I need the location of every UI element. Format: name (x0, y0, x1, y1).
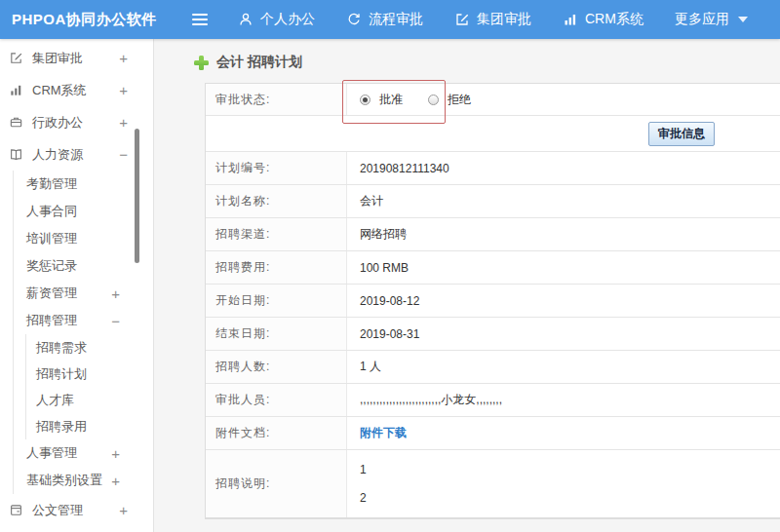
nav-more-apps[interactable]: 更多应用 (675, 11, 748, 28)
sidebar-item-human-resources[interactable]: 人力资源 − (0, 138, 153, 171)
hamburger-menu-icon[interactable] (191, 13, 209, 26)
field-label: 开始日期: (206, 285, 347, 317)
sidebar-item-hr-contract[interactable]: 人事合同 (14, 198, 153, 225)
sidebar-item-label: 薪资管理 (26, 285, 77, 302)
sidebar-item-rewards[interactable]: 奖惩记录 (14, 252, 153, 280)
sidebar-item-vehicle-mgmt[interactable]: 用车管理 + (0, 526, 153, 532)
radio-button-unchecked[interactable] (428, 95, 439, 105)
top-bar: PHPOA协同办公软件 个人办公 流程审批 集团审批 CRM系统 (0, 0, 780, 39)
sidebar-item-label: CRM系统 (32, 82, 87, 99)
field-value: 2019-08-12 (347, 294, 780, 308)
edit-icon (454, 12, 470, 27)
edit-icon (9, 51, 24, 66)
sidebar-item-label: 人力资源 (32, 146, 83, 164)
field-value: 100 RMB (347, 261, 780, 275)
expand-plus-icon: + (111, 286, 120, 301)
chart-icon (563, 12, 578, 27)
radio-reject[interactable]: 拒绝 (428, 92, 471, 108)
radio-label: 拒绝 (448, 92, 471, 108)
table-row-plan-name: 计划名称: 会计 (206, 185, 780, 218)
nav-personal-office[interactable]: 个人办公 (238, 11, 315, 28)
sidebar-item-label: 招聘计划 (36, 365, 87, 383)
plus-icon (194, 56, 209, 70)
attachment-download-link[interactable]: 附件下载 (360, 425, 407, 441)
page-title-text: 会计 招聘计划 (216, 54, 302, 71)
expand-plus-icon: + (119, 115, 128, 130)
caret-down-icon (738, 17, 748, 22)
field-label: 计划编号: (206, 152, 347, 184)
field-label: 审批人员: (206, 384, 347, 416)
expand-plus-icon: + (111, 446, 120, 461)
radio-approve[interactable]: 批准 (360, 92, 403, 108)
approve-info-button[interactable]: 审批信息 (648, 122, 715, 146)
app-logo: PHPOA协同办公软件 (0, 11, 164, 29)
approval-radio-group: 批准 拒绝 (360, 92, 471, 108)
sidebar-item-talent-pool[interactable]: 人才库 (26, 387, 153, 413)
sidebar-item-label: 集团审批 (32, 50, 83, 67)
table-row-approval-status: 审批状态: 批准 拒绝 (206, 84, 780, 116)
radio-label: 批准 (379, 92, 403, 108)
sidebar-item-label: 考勤管理 (26, 175, 77, 193)
sidebar-item-crm[interactable]: CRM系统 + (0, 74, 153, 106)
sidebar: 集团审批 + CRM系统 + 行政办公 + 人力资源 − 考勤管理 人事合同 培… (0, 39, 154, 532)
field-label: 审批状态: (206, 84, 347, 115)
table-row-plan-number: 计划编号: 20190812111340 (206, 152, 780, 185)
nav-group-approval[interactable]: 集团审批 (454, 11, 531, 28)
table-row-approvers: 审批人员: ,,,,,,,,,,,,,,,,,,,,,,,,,小龙女,,,,,,… (206, 384, 780, 417)
sidebar-item-label: 招聘需求 (36, 339, 87, 357)
expand-minus-icon: − (119, 147, 128, 162)
sidebar-item-label: 行政办公 (32, 114, 83, 132)
chart-icon (9, 83, 24, 98)
expand-plus-icon: + (119, 51, 128, 65)
top-nav: 个人办公 流程审批 集团审批 CRM系统 更多应用 (238, 11, 748, 28)
recruit-submenu: 招聘需求 招聘计划 人才库 招聘录用 (25, 334, 153, 439)
page-title: 会计 招聘计划 (194, 54, 302, 71)
field-value: 20190812111340 (347, 162, 780, 175)
sidebar-item-label: 公文管理 (32, 502, 83, 519)
field-value: 会计 (347, 193, 780, 209)
sidebar-item-recruit-demand[interactable]: 招聘需求 (26, 334, 153, 361)
book-icon (9, 147, 24, 163)
field-label: 招聘费用: (206, 251, 347, 284)
sidebar-item-recruit-mgmt[interactable]: 招聘管理− (14, 307, 153, 334)
sidebar-scrollbar[interactable] (135, 129, 139, 263)
table-row-recruit-cost: 招聘费用: 100 RMB (206, 251, 780, 285)
briefcase-icon (9, 115, 24, 131)
field-value: ,,,,,,,,,,,,,,,,,,,,,,,,,小龙女,,,,,,,, (347, 392, 780, 408)
description-line: 2 (360, 491, 367, 505)
sidebar-item-salary[interactable]: 薪资管理+ (14, 280, 153, 307)
nav-process-approval[interactable]: 流程审批 (346, 11, 423, 28)
sidebar-item-official-docs[interactable]: 公文管理 + (0, 494, 153, 526)
nav-label: 个人办公 (260, 11, 315, 28)
sidebar-item-attendance[interactable]: 考勤管理 (14, 171, 153, 198)
field-label: 招聘人数: (206, 351, 347, 383)
sidebar-item-training[interactable]: 培训管理 (14, 225, 153, 252)
sidebar-item-recruit-hire[interactable]: 招聘录用 (26, 413, 153, 439)
sidebar-item-personnel-mgmt[interactable]: 人事管理+ (14, 439, 153, 467)
radio-button-checked[interactable] (360, 95, 370, 105)
sidebar-item-base-category[interactable]: 基础类别设置+ (14, 467, 153, 494)
nav-crm-system[interactable]: CRM系统 (563, 11, 644, 28)
table-row-start-date: 开始日期: 2019-08-12 (206, 285, 780, 318)
process-icon (346, 12, 362, 27)
table-row-description: 招聘说明: 1 2 (206, 450, 780, 518)
expand-minus-icon: − (111, 314, 120, 328)
hr-submenu: 考勤管理 人事合同 培训管理 奖惩记录 薪资管理+ 招聘管理− 招聘需求 招聘计… (13, 171, 153, 494)
field-label: 附件文档: (206, 417, 347, 449)
sidebar-item-label: 培训管理 (26, 230, 77, 247)
sidebar-item-recruit-plan[interactable]: 招聘计划 (26, 361, 153, 387)
sidebar-item-group-approval[interactable]: 集团审批 + (0, 42, 153, 74)
field-label: 计划名称: (206, 185, 347, 217)
nav-label: 更多应用 (675, 11, 729, 28)
sidebar-item-label: 基础类别设置 (26, 472, 102, 489)
sidebar-item-label: 招聘管理 (26, 312, 77, 329)
user-icon (238, 12, 254, 27)
field-value: 2019-08-31 (347, 327, 780, 341)
document-icon (9, 503, 24, 518)
main-content: 会计 招聘计划 审批状态: 批准 拒绝 审批信息 (155, 39, 780, 532)
field-label: 招聘说明: (206, 450, 347, 517)
table-row-headcount: 招聘人数: 1 人 (206, 351, 780, 384)
expand-plus-icon: + (111, 474, 120, 488)
sidebar-item-admin-office[interactable]: 行政办公 + (0, 106, 153, 138)
nav-label: 集团审批 (477, 11, 531, 28)
